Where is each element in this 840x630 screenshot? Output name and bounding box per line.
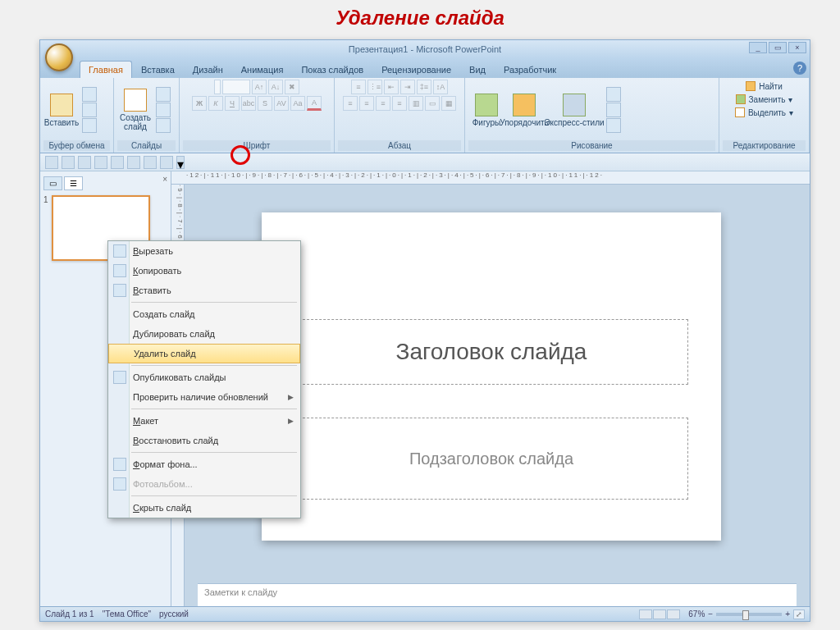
view-slideshow-icon[interactable] bbox=[667, 609, 680, 619]
tab-animation[interactable]: Анимация bbox=[232, 61, 293, 78]
arrange-button[interactable]: Упорядочить bbox=[506, 83, 542, 137]
context-menu-item-11[interactable]: Макет▶ bbox=[108, 411, 300, 431]
qat-icon-4[interactable] bbox=[94, 156, 107, 169]
view-buttons bbox=[639, 609, 680, 619]
zoom-slider[interactable] bbox=[716, 613, 782, 616]
italic-icon[interactable]: К bbox=[208, 96, 223, 111]
context-menu-item-1[interactable]: Копировать bbox=[108, 261, 300, 281]
context-menu-label: Скрыть слайд bbox=[133, 503, 191, 513]
tab-review[interactable]: Рецензирование bbox=[372, 61, 460, 78]
fit-window-icon[interactable]: ⤢ bbox=[793, 609, 805, 619]
qat-redo-icon[interactable] bbox=[78, 156, 91, 169]
font-size-combo[interactable] bbox=[222, 80, 250, 94]
view-normal-icon[interactable] bbox=[639, 609, 652, 619]
line-spacing-icon[interactable]: ‡≡ bbox=[417, 80, 431, 94]
qat-icon-8[interactable] bbox=[160, 156, 173, 169]
cut-icon[interactable] bbox=[82, 87, 97, 102]
find-button[interactable]: Найти bbox=[742, 80, 786, 93]
context-menu-separator bbox=[131, 495, 297, 496]
clear-format-icon[interactable]: ✖ bbox=[285, 80, 299, 94]
office-button[interactable] bbox=[45, 43, 73, 71]
context-menu-item-9[interactable]: Проверить наличие обновлений▶ bbox=[108, 387, 300, 407]
tab-view[interactable]: Вид bbox=[460, 61, 495, 78]
paste-button[interactable]: Вставить bbox=[43, 83, 80, 137]
maximize-button[interactable]: ▭ bbox=[769, 42, 787, 53]
bullets-icon[interactable]: ≡ bbox=[351, 80, 366, 94]
notes-field[interactable]: Заметки к слайду bbox=[198, 583, 797, 606]
subtitle-placeholder[interactable]: Подзаголовок слайда bbox=[294, 418, 688, 500]
font-color-icon[interactable]: A bbox=[307, 96, 322, 111]
shapes-button[interactable]: Фигуры bbox=[468, 83, 504, 137]
shrink-font-icon[interactable]: A↓ bbox=[268, 80, 283, 94]
new-slide-button[interactable]: Создать слайд bbox=[117, 83, 153, 137]
context-menu-item-12[interactable]: Восстановить слайд bbox=[108, 431, 300, 450]
panel-tab-slides[interactable]: ▭ bbox=[43, 176, 62, 190]
slide-canvas[interactable]: Заголовок слайда Подзаголовок слайда bbox=[262, 212, 721, 541]
align-right-icon[interactable]: ≡ bbox=[376, 96, 390, 111]
qat-more-icon[interactable]: ▾ bbox=[176, 156, 185, 169]
panel-tab-outline[interactable]: ☰ bbox=[64, 176, 83, 190]
format-painter-icon[interactable] bbox=[82, 118, 97, 133]
context-menu-item-2[interactable]: Вставить bbox=[108, 281, 300, 300]
tab-home[interactable]: Главная bbox=[80, 61, 132, 78]
justify-icon[interactable]: ≡ bbox=[392, 96, 407, 111]
help-icon[interactable]: ? bbox=[793, 62, 806, 75]
grow-font-icon[interactable]: A↑ bbox=[252, 80, 267, 94]
context-menu-icon bbox=[113, 244, 126, 258]
tab-design[interactable]: Дизайн bbox=[184, 61, 232, 78]
shadow-icon[interactable]: S bbox=[258, 96, 272, 111]
select-button[interactable]: Выделить ▾ bbox=[732, 106, 797, 119]
context-menu-item-5[interactable]: Дублировать слайд bbox=[108, 324, 300, 344]
text-direction-icon[interactable]: ↕A bbox=[433, 80, 448, 94]
numbering-icon[interactable]: ⋮≡ bbox=[368, 80, 382, 94]
strike-icon[interactable]: abc bbox=[241, 96, 256, 111]
context-menu-item-6[interactable]: Удалить слайд bbox=[108, 344, 300, 363]
context-menu-item-17[interactable]: Скрыть слайд bbox=[108, 498, 300, 518]
view-sorter-icon[interactable] bbox=[653, 609, 666, 619]
replace-button[interactable]: Заменить ▾ bbox=[733, 93, 797, 106]
zoom-out-icon[interactable]: − bbox=[708, 609, 713, 619]
align-left-icon[interactable]: ≡ bbox=[343, 96, 358, 111]
font-family-combo[interactable] bbox=[214, 80, 221, 94]
shape-fill-icon[interactable] bbox=[606, 87, 621, 102]
qat-icon-5[interactable] bbox=[111, 156, 124, 169]
context-menu-item-0[interactable]: Вырезать bbox=[108, 241, 300, 261]
qat-save-icon[interactable] bbox=[45, 156, 58, 169]
context-menu-item-8[interactable]: Опубликовать слайды bbox=[108, 368, 300, 387]
case-icon[interactable]: Aa bbox=[290, 96, 305, 111]
qat-icon-7[interactable] bbox=[144, 156, 157, 169]
shape-effects-icon[interactable] bbox=[606, 118, 621, 133]
qat-icon-6[interactable] bbox=[127, 156, 140, 169]
indent-dec-icon[interactable]: ⇤ bbox=[384, 80, 399, 94]
smartart-icon[interactable]: ▦ bbox=[441, 96, 456, 111]
tab-developer[interactable]: Разработчик bbox=[495, 61, 565, 78]
zoom-in-icon[interactable]: + bbox=[785, 609, 790, 619]
status-language[interactable]: русский bbox=[159, 609, 189, 619]
group-paragraph-label: Абзац bbox=[338, 140, 461, 151]
indent-inc-icon[interactable]: ⇥ bbox=[400, 80, 415, 94]
zoom-level[interactable]: 67% bbox=[688, 609, 705, 619]
tab-insert[interactable]: Вставка bbox=[132, 61, 184, 78]
context-menu-item-4[interactable]: Создать слайд bbox=[108, 304, 300, 324]
align-center-icon[interactable]: ≡ bbox=[359, 96, 374, 111]
columns-icon[interactable]: ▥ bbox=[409, 96, 423, 111]
context-menu-separator bbox=[131, 409, 297, 409]
shape-outline-icon[interactable] bbox=[606, 103, 621, 117]
bold-icon[interactable]: Ж bbox=[192, 96, 207, 111]
quick-styles-button[interactable]: Экспресс-стили bbox=[544, 83, 605, 137]
minimize-button[interactable]: _ bbox=[749, 42, 767, 53]
delete-slide-icon[interactable] bbox=[156, 118, 171, 133]
tab-slideshow[interactable]: Показ слайдов bbox=[292, 61, 372, 78]
layout-icon[interactable] bbox=[156, 87, 171, 102]
context-menu-label: Фотоальбом... bbox=[133, 479, 193, 489]
copy-icon[interactable] bbox=[82, 103, 97, 117]
panel-close-icon[interactable]: × bbox=[162, 175, 167, 184]
context-menu-item-14[interactable]: Формат фона... bbox=[108, 454, 300, 474]
title-placeholder[interactable]: Заголовок слайда bbox=[294, 319, 688, 385]
spacing-icon[interactable]: AV bbox=[274, 96, 289, 111]
underline-icon[interactable]: Ч bbox=[225, 96, 240, 111]
close-button[interactable]: × bbox=[788, 42, 806, 53]
qat-undo-icon[interactable] bbox=[62, 156, 75, 169]
reset-icon[interactable] bbox=[156, 103, 171, 117]
align-text-icon[interactable]: ▭ bbox=[425, 96, 440, 111]
